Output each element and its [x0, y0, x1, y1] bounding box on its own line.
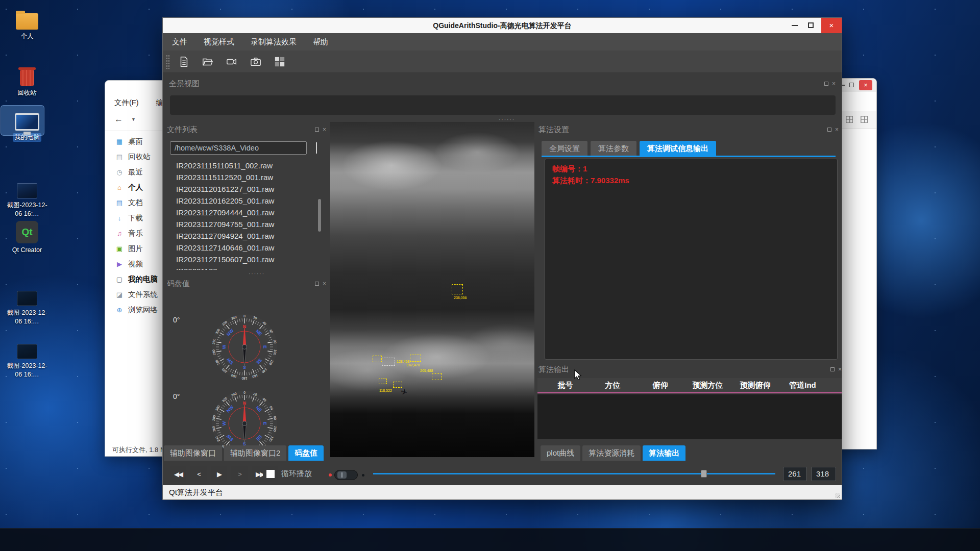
window-title: QGuideArithStudio-高德光电算法开发平台 — [163, 18, 842, 33]
back-icon[interactable]: ← — [114, 114, 123, 124]
prev-frame-button[interactable]: < — [190, 466, 207, 482]
output-table-body[interactable] — [537, 394, 842, 439]
video-path-input[interactable]: /home/wcw/S338A_Video — [170, 141, 307, 155]
close-panel-icon[interactable]: × — [323, 281, 326, 286]
raw-file-item[interactable]: IR20231115112520_001.raw — [165, 171, 318, 183]
next-frame-button[interactable]: > — [231, 466, 248, 482]
desktop-icon-my-computer[interactable]: 我的电脑 — [5, 108, 49, 142]
float-panel-icon[interactable] — [827, 128, 831, 132]
menu-item[interactable]: 视觉样式 — [204, 37, 234, 47]
desktop-icon-screenshot-3[interactable]: 截图-2023-12-06 16:… — [5, 337, 49, 379]
current-frame-field[interactable]: 261 — [783, 467, 807, 481]
frame-slider-track[interactable] — [373, 473, 775, 474]
result-tab[interactable]: 算法资源消耗 — [582, 445, 641, 461]
raw-file-list: IR20231115110511_002.rawIR20231115112520… — [165, 160, 318, 270]
chevron-down-icon[interactable]: ▼ — [131, 117, 136, 122]
svg-text:E: E — [262, 422, 267, 425]
menu-item[interactable]: 录制算法效果 — [251, 37, 297, 47]
icon-label: 截图-2023-12-06 16:… — [5, 362, 49, 379]
settings-tab[interactable]: 算法调试信息输出 — [640, 141, 716, 156]
close-button[interactable]: × — [859, 80, 872, 90]
azimuth-compass-dial: 0204060801001201401601802002202402602803… — [211, 313, 278, 381]
target-box — [393, 382, 402, 388]
close-button[interactable]: × — [821, 18, 842, 33]
column-header: 管道Ind — [779, 378, 826, 392]
playback-toggle-switch[interactable] — [334, 470, 358, 480]
stop-button[interactable] — [263, 466, 278, 482]
target-box — [452, 284, 463, 294]
snapshot-button[interactable] — [248, 54, 263, 69]
close-panel-icon[interactable]: × — [323, 127, 326, 132]
svg-text:W: W — [222, 344, 227, 349]
frame-slider-handle[interactable] — [701, 470, 707, 478]
raw-file-item[interactable]: IR20231127140646_001.raw — [165, 242, 318, 254]
raw-file-item[interactable]: IR20231128… — [165, 265, 318, 270]
video-camera-icon — [226, 56, 238, 67]
icon-label: 个人 — [5, 32, 49, 41]
item-label: 个人 — [128, 183, 143, 192]
settings-tab[interactable]: 全局设置 — [542, 141, 587, 156]
float-panel-icon[interactable] — [315, 282, 319, 286]
toolbar-drag-handle[interactable] — [166, 55, 170, 69]
raw-file-item[interactable]: IR20231120161227_001.raw — [165, 183, 318, 195]
item-label: 回收站 — [128, 152, 151, 162]
close-panel-icon[interactable]: × — [838, 367, 842, 372]
close-panel-icon[interactable]: × — [835, 127, 839, 132]
grid-view-icon[interactable] — [846, 116, 853, 123]
menu-item[interactable]: 帮助 — [313, 37, 328, 47]
trash-icon — [20, 70, 34, 86]
record-indicator-icon — [329, 473, 332, 477]
menu-item[interactable]: 文件(F) — [114, 98, 139, 108]
total-frames-field[interactable]: 318 — [811, 467, 836, 481]
layout-grid-button[interactable] — [272, 54, 287, 69]
aircraft-silhouette: ✈ — [399, 386, 409, 397]
desktop-icon-recycle-bin[interactable]: 回收站 — [5, 64, 49, 97]
float-panel-icon[interactable] — [824, 82, 828, 86]
rewind-button[interactable]: ◀◀ — [170, 466, 186, 482]
algorithm-settings-panel: 算法设置 × 全局设置算法参数算法调试信息输出 帧编号：1 算法耗时：7.903… — [535, 125, 842, 364]
raw-file-item[interactable]: IR20231127094924_001.raw — [165, 230, 318, 242]
menu-item[interactable]: 文件 — [172, 37, 187, 47]
desktop-icon-screenshot-1[interactable]: 截图-2023-12-06 16:… — [5, 176, 49, 218]
path-separator — [316, 142, 317, 154]
close-panel-icon[interactable]: × — [832, 81, 836, 86]
file-list-scrollbar[interactable] — [318, 199, 321, 232]
new-document-button[interactable] — [176, 54, 191, 69]
debug-output-box: 帧编号：1 算法耗时：7.90332ms — [545, 159, 838, 360]
raw-file-item[interactable]: IR20231115110511_002.raw — [165, 160, 318, 171]
item-label: 浏览网络 — [128, 305, 158, 315]
float-panel-icon[interactable] — [830, 367, 835, 371]
result-tab[interactable]: plot曲线 — [541, 445, 580, 461]
desktop-icon-qt-creator[interactable]: Qt Qt Creator — [5, 221, 49, 255]
result-tab[interactable]: 算法输出 — [643, 445, 685, 461]
float-panel-icon[interactable] — [315, 128, 319, 132]
aux-tab[interactable]: 辅助图像窗口 — [164, 445, 222, 461]
record-video-button[interactable] — [224, 54, 239, 69]
computer-icon — [15, 113, 39, 131]
aux-tab[interactable]: 码盘值 — [288, 445, 324, 461]
panorama-strip[interactable] — [170, 95, 836, 115]
item-label: 桌面 — [128, 137, 143, 146]
desktop-icon-personal[interactable]: 个人 — [5, 7, 49, 41]
raw-file-item[interactable]: IR20231127094755_001.raw — [165, 218, 318, 230]
raw-file-item[interactable]: IR20231120162205_001.raw — [165, 195, 318, 207]
target-label: 205,488 — [420, 369, 433, 372]
raw-file-item[interactable]: IR20231127150607_001.raw — [165, 254, 318, 265]
ir-image-view[interactable]: 238,056128,468162,470205,488118,522✈ — [330, 122, 534, 457]
column-header: 预测方位 — [684, 378, 731, 392]
settings-tab[interactable]: 算法参数 — [591, 141, 636, 156]
svg-text:E: E — [262, 345, 267, 348]
open-folder-button[interactable] — [200, 54, 215, 69]
desktop-icon-screenshot-2[interactable]: 截图-2023-12-06 16:… — [5, 284, 49, 326]
resize-grip[interactable] — [835, 493, 840, 498]
maximize-icon[interactable] — [808, 22, 814, 28]
maximize-icon[interactable] — [849, 83, 854, 87]
minimize-icon[interactable] — [792, 25, 798, 26]
desktop-icon: ▦ — [115, 138, 124, 145]
qguide-arith-studio-window: QGuideArithStudio-高德光电算法开发平台 × 文件视觉样式录制算… — [162, 17, 842, 500]
play-button[interactable]: ▶ — [211, 466, 227, 482]
aux-tab[interactable]: 辅助图像窗口2 — [224, 445, 286, 461]
raw-file-item[interactable]: IR20231127094444_001.raw — [165, 207, 318, 218]
folder-open-icon — [202, 56, 214, 67]
table-view-icon[interactable] — [861, 116, 868, 123]
